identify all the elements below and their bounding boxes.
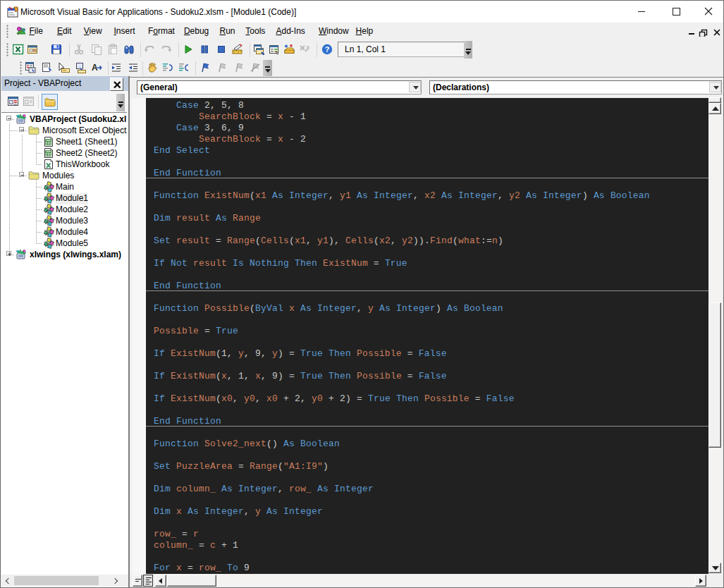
svg-text:A: A xyxy=(92,63,98,73)
svg-text:?: ? xyxy=(325,45,330,54)
